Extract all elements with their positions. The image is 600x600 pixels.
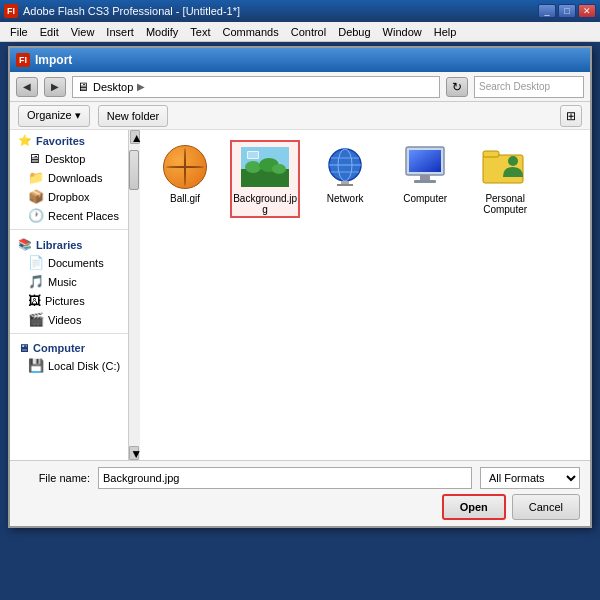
svg-rect-12 — [341, 181, 349, 184]
open-button[interactable]: Open — [442, 494, 506, 520]
scrollbar-down-arrow[interactable]: ▼ — [129, 446, 139, 460]
sidebar-item-recent[interactable]: 🕐 Recent Places — [10, 206, 128, 225]
menu-help[interactable]: Help — [428, 24, 463, 40]
forward-button[interactable]: ▶ — [44, 77, 66, 97]
minimize-button[interactable]: _ — [538, 4, 556, 18]
menu-insert[interactable]: Insert — [100, 24, 140, 40]
address-bar: ◀ ▶ 🖥 Desktop ▶ ↻ Search Desktop — [10, 72, 590, 102]
new-folder-button[interactable]: New folder — [98, 105, 169, 127]
sidebar-item-local-disk[interactable]: 💾 Local Disk (C:) — [10, 356, 128, 375]
computer-section: 🖥 Computer — [10, 338, 128, 356]
dialog-title: Import — [35, 53, 584, 67]
svg-point-21 — [508, 156, 518, 166]
sidebar-pictures-label: Pictures — [45, 295, 85, 307]
address-input[interactable]: 🖥 Desktop ▶ — [72, 76, 440, 98]
sidebar-item-videos[interactable]: 🎬 Videos — [10, 310, 128, 329]
sidebar-documents-label: Documents — [48, 257, 104, 269]
sidebar-item-pictures[interactable]: 🖼 Pictures — [10, 291, 128, 310]
filename-input[interactable] — [98, 467, 472, 489]
svg-rect-17 — [420, 175, 430, 180]
close-button[interactable]: ✕ — [578, 4, 596, 18]
sidebar-item-music[interactable]: 🎵 Music — [10, 272, 128, 291]
new-folder-label: New folder — [107, 110, 160, 122]
sidebar-dropbox-label: Dropbox — [48, 191, 90, 203]
cancel-button[interactable]: Cancel — [512, 494, 580, 520]
address-arrow: ▶ — [137, 81, 145, 92]
scrollbar-thumb[interactable] — [129, 150, 139, 190]
search-placeholder: Search Desktop — [479, 81, 550, 92]
file-item-ball[interactable]: Ball.gif — [150, 140, 220, 218]
back-button[interactable]: ◀ — [16, 77, 38, 97]
file-item-network[interactable]: Network — [310, 140, 380, 218]
documents-icon: 📄 — [28, 255, 44, 270]
menu-window[interactable]: Window — [377, 24, 428, 40]
personal-computer-icon — [481, 143, 529, 191]
sidebar-recent-label: Recent Places — [48, 210, 119, 222]
filename-label: File name: — [20, 472, 90, 484]
sidebar-item-downloads[interactable]: 📁 Downloads — [10, 168, 128, 187]
file-item-computer[interactable]: Computer — [390, 140, 460, 218]
libraries-icon: 📚 — [18, 238, 32, 251]
bottom-area: File name: All Formats Open Cancel — [10, 460, 590, 526]
svg-rect-6 — [248, 152, 258, 158]
sidebar-desktop-label: Desktop — [45, 153, 85, 165]
menu-control[interactable]: Control — [285, 24, 332, 40]
scrollbar-up-arrow[interactable]: ▲ — [130, 130, 140, 144]
sidebar-divider-1 — [10, 229, 128, 230]
svg-point-4 — [272, 164, 286, 174]
svg-rect-18 — [414, 180, 436, 183]
organize-button[interactable]: Organize ▾ — [18, 105, 90, 127]
computer-section-icon: 🖥 — [18, 342, 29, 354]
svg-rect-20 — [483, 151, 499, 157]
search-box[interactable]: Search Desktop — [474, 76, 584, 98]
dialog-title-bar: FI Import — [10, 48, 590, 72]
recent-places-icon: 🕐 — [28, 208, 44, 223]
maximize-button[interactable]: □ — [558, 4, 576, 18]
import-dialog: FI Import ◀ ▶ 🖥 Desktop ▶ ↻ Search Deskt… — [8, 46, 592, 528]
sidebar-item-desktop[interactable]: 🖥 Desktop — [10, 149, 128, 168]
computer-graphic — [402, 145, 448, 189]
personal-computer-label: Personal Computer — [473, 193, 537, 215]
network-icon-wrap — [321, 143, 369, 191]
svg-rect-16 — [409, 150, 441, 172]
refresh-button[interactable]: ↻ — [446, 77, 468, 97]
favorites-section: ⭐ Favorites — [10, 130, 128, 149]
app-title-bar: FI Adobe Flash CS3 Professional - [Untit… — [0, 0, 600, 22]
downloads-folder-icon: 📁 — [28, 170, 44, 185]
menu-text[interactable]: Text — [184, 24, 216, 40]
window-controls: _ □ ✕ — [538, 4, 596, 18]
desktop-folder-icon: 🖥 — [28, 151, 41, 166]
sidebar-scrollbar[interactable]: ▲ ▼ — [128, 130, 140, 460]
computer-icon-large — [401, 143, 449, 191]
menu-view[interactable]: View — [65, 24, 101, 40]
ball-label: Ball.gif — [170, 193, 200, 204]
file-item-personal-computer[interactable]: Personal Computer — [470, 140, 540, 218]
sidebar-item-dropbox[interactable]: 📦 Dropbox — [10, 187, 128, 206]
network-label: Network — [327, 193, 364, 204]
app-title: Adobe Flash CS3 Professional - [Untitled… — [23, 5, 538, 17]
app-icon: FI — [4, 4, 18, 18]
action-row: Open Cancel — [20, 494, 580, 520]
sidebar-local-disk-label: Local Disk (C:) — [48, 360, 120, 372]
view-options-button[interactable]: ⊞ — [560, 105, 582, 127]
videos-icon: 🎬 — [28, 312, 44, 327]
computer-label: Computer — [403, 193, 447, 204]
desktop-icon: 🖥 — [77, 80, 89, 94]
background-icon — [241, 143, 289, 191]
menu-modify[interactable]: Modify — [140, 24, 184, 40]
sidebar-content: ⭐ Favorites 🖥 Desktop 📁 Downloads 📦 Drop… — [10, 130, 128, 460]
file-item-background[interactable]: Background.jpg — [230, 140, 300, 218]
svg-point-2 — [245, 161, 261, 173]
format-select[interactable]: All Formats — [480, 467, 580, 489]
basketball-graphic — [163, 145, 207, 189]
menu-file[interactable]: File — [4, 24, 34, 40]
menu-commands[interactable]: Commands — [216, 24, 284, 40]
sidebar-item-documents[interactable]: 📄 Documents — [10, 253, 128, 272]
sidebar: ⭐ Favorites 🖥 Desktop 📁 Downloads 📦 Drop… — [10, 130, 140, 460]
menu-edit[interactable]: Edit — [34, 24, 65, 40]
libraries-section: 📚 Libraries — [10, 234, 128, 253]
sidebar-divider-2 — [10, 333, 128, 334]
sidebar-videos-label: Videos — [48, 314, 81, 326]
background-thumbnail — [241, 147, 289, 187]
menu-debug[interactable]: Debug — [332, 24, 376, 40]
